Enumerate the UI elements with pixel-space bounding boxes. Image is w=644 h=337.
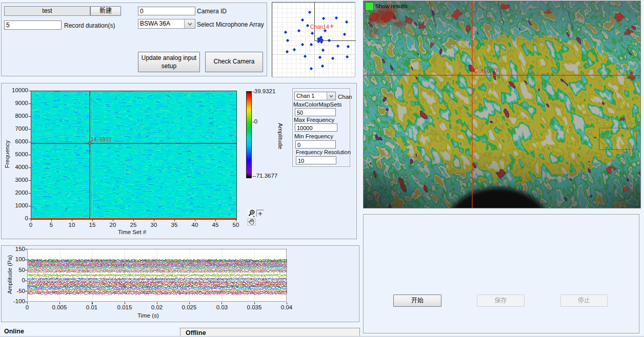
svg-text:Cursor 0: Cursor 0 [474, 67, 497, 74]
